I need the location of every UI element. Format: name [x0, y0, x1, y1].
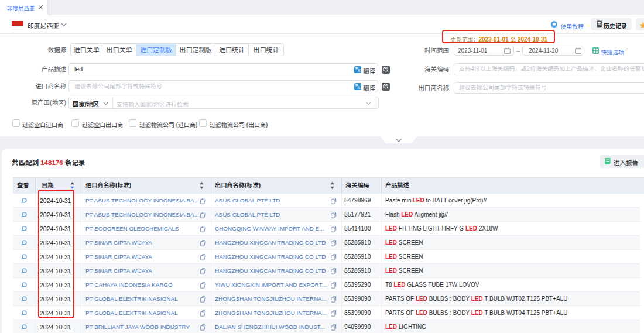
svg-text:A: A: [358, 85, 361, 90]
svg-text:A: A: [358, 68, 361, 73]
